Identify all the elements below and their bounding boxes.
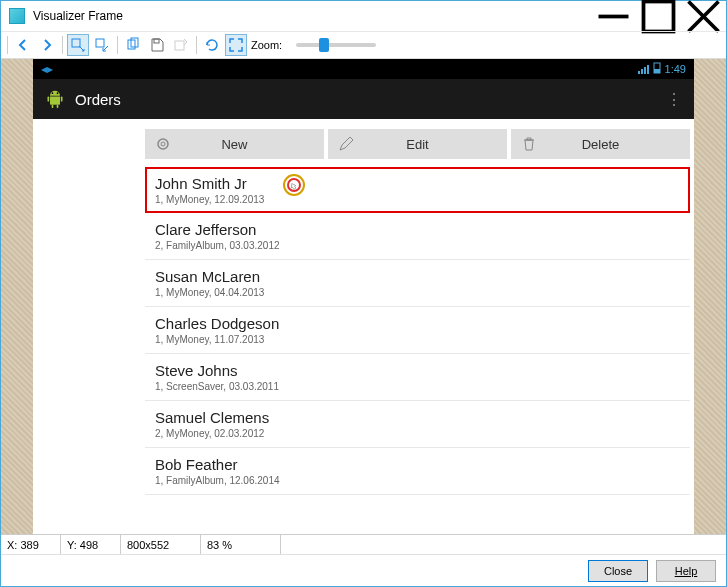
item-name: Susan McLaren bbox=[155, 268, 682, 285]
tool-hand-icon[interactable] bbox=[91, 34, 113, 56]
gear-icon bbox=[155, 136, 171, 152]
svg-rect-9 bbox=[175, 41, 184, 50]
stage-border-left bbox=[1, 59, 33, 534]
forward-button[interactable] bbox=[36, 34, 58, 56]
app-bar: Orders ⋮ bbox=[33, 79, 694, 119]
delete-label: Delete bbox=[582, 137, 620, 152]
trash-icon bbox=[521, 136, 537, 152]
svg-rect-14 bbox=[48, 97, 50, 102]
item-name: Samuel Clemens bbox=[155, 409, 682, 426]
status-size: 800x552 bbox=[121, 535, 201, 554]
tool-select-icon[interactable] bbox=[67, 34, 89, 56]
click-cursor-icon bbox=[282, 173, 306, 197]
list-item[interactable]: Susan McLaren1, MyMoney, 04.04.2013 bbox=[145, 260, 690, 307]
svg-point-18 bbox=[158, 139, 168, 149]
status-y: Y: 498 bbox=[61, 535, 121, 554]
item-sub: 2, MyMoney, 02.03.2012 bbox=[155, 428, 682, 439]
toolbar: Zoom: bbox=[1, 31, 726, 59]
order-list: John Smith Jr1, MyMoney, 12.09.2013Clare… bbox=[33, 159, 694, 495]
svg-rect-11 bbox=[654, 69, 660, 73]
status-empty bbox=[281, 535, 726, 554]
svg-point-19 bbox=[161, 142, 165, 146]
list-item[interactable]: John Smith Jr1, MyMoney, 12.09.2013 bbox=[145, 167, 690, 213]
button-bar: Close Help bbox=[1, 554, 726, 586]
export-icon[interactable] bbox=[170, 34, 192, 56]
statusbar-time: 1:49 bbox=[665, 63, 686, 75]
item-sub: 2, FamilyAlbum, 03.03.2012 bbox=[155, 240, 682, 251]
edit-label: Edit bbox=[406, 137, 428, 152]
list-item[interactable]: Bob Feather1, FamilyAlbum, 12.06.2014 bbox=[145, 448, 690, 495]
battery-icon bbox=[653, 62, 661, 76]
app-icon bbox=[9, 8, 25, 24]
android-icon bbox=[45, 89, 65, 109]
new-label: New bbox=[221, 137, 247, 152]
zoom-slider[interactable] bbox=[296, 43, 376, 47]
maximize-button[interactable] bbox=[636, 1, 681, 31]
close-dialog-button[interactable]: Close bbox=[588, 560, 648, 582]
item-name: Bob Feather bbox=[155, 456, 682, 473]
list-item[interactable]: Charles Dodgeson1, MyMoney, 11.07.2013 bbox=[145, 307, 690, 354]
svg-point-13 bbox=[57, 92, 59, 94]
item-name: Clare Jefferson bbox=[155, 221, 682, 238]
list-item[interactable]: Steve Johns1, ScreenSaver, 03.03.2011 bbox=[145, 354, 690, 401]
delete-button[interactable]: Delete bbox=[511, 129, 690, 159]
close-button[interactable] bbox=[681, 1, 726, 31]
svg-rect-15 bbox=[61, 97, 63, 102]
svg-point-12 bbox=[52, 92, 54, 94]
item-sub: 1, MyMoney, 11.07.2013 bbox=[155, 334, 682, 345]
save-icon[interactable] bbox=[146, 34, 168, 56]
edit-button[interactable]: Edit bbox=[328, 129, 507, 159]
window-frame: Visualizer Frame Zoom: bbox=[0, 0, 727, 587]
minimize-button[interactable] bbox=[591, 1, 636, 31]
zoom-label: Zoom: bbox=[251, 39, 282, 51]
signal-icon bbox=[638, 65, 649, 74]
window-title: Visualizer Frame bbox=[33, 9, 591, 23]
item-name: Steve Johns bbox=[155, 362, 682, 379]
item-name: John Smith Jr bbox=[155, 175, 682, 192]
status-zoom: 83 % bbox=[201, 535, 281, 554]
item-sub: 1, MyMoney, 12.09.2013 bbox=[155, 194, 682, 205]
copy-icon[interactable] bbox=[122, 34, 144, 56]
android-statusbar: ◂▸ 1:49 bbox=[33, 59, 694, 79]
svg-rect-17 bbox=[57, 105, 59, 108]
item-name: Charles Dodgeson bbox=[155, 315, 682, 332]
zoom-slider-thumb[interactable] bbox=[319, 38, 329, 52]
list-item[interactable]: Samuel Clemens2, MyMoney, 02.03.2012 bbox=[145, 401, 690, 448]
appbar-title: Orders bbox=[75, 91, 121, 108]
help-button[interactable]: Help bbox=[656, 560, 716, 582]
device-stage: ◂▸ 1:49 Orders ⋮ New bbox=[1, 59, 726, 534]
stage-border-right bbox=[694, 59, 726, 534]
list-item[interactable]: Clare Jefferson2, FamilyAlbum, 03.03.201… bbox=[145, 213, 690, 260]
refresh-icon[interactable] bbox=[201, 34, 223, 56]
titlebar[interactable]: Visualizer Frame bbox=[1, 1, 726, 31]
back-button[interactable] bbox=[12, 34, 34, 56]
pencil-icon bbox=[338, 136, 354, 152]
device-screen: ◂▸ 1:49 Orders ⋮ New bbox=[33, 59, 694, 534]
svg-rect-4 bbox=[72, 39, 80, 47]
overflow-menu-icon[interactable]: ⋮ bbox=[666, 90, 682, 109]
new-button[interactable]: New bbox=[145, 129, 324, 159]
status-x: X: 389 bbox=[1, 535, 61, 554]
svg-rect-5 bbox=[96, 39, 104, 47]
svg-rect-8 bbox=[154, 39, 159, 43]
statusbar-left-icon: ◂▸ bbox=[41, 62, 53, 76]
item-sub: 1, FamilyAlbum, 12.06.2014 bbox=[155, 475, 682, 486]
svg-rect-1 bbox=[644, 1, 674, 31]
item-sub: 1, ScreenSaver, 03.03.2011 bbox=[155, 381, 682, 392]
item-sub: 1, MyMoney, 04.04.2013 bbox=[155, 287, 682, 298]
fit-icon[interactable] bbox=[225, 34, 247, 56]
svg-rect-16 bbox=[52, 105, 54, 108]
status-strip: X: 389 Y: 498 800x552 83 % bbox=[1, 534, 726, 554]
